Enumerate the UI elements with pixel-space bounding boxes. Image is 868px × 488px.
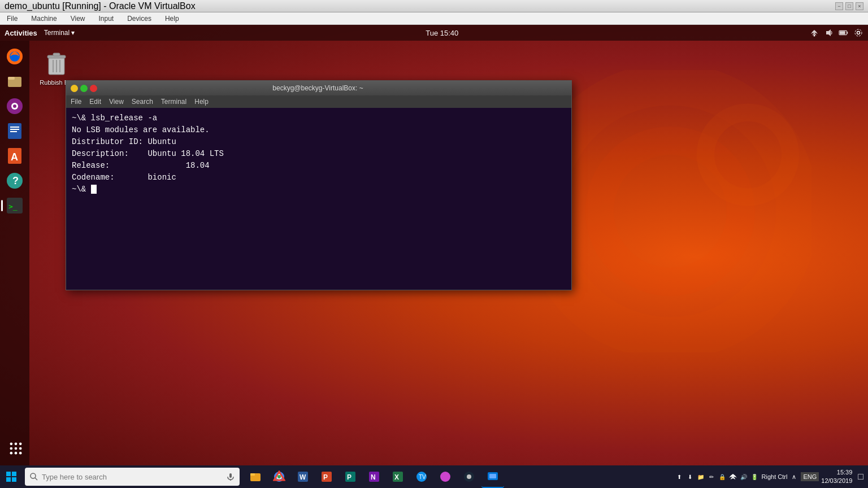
windows-taskbar-apps: W P P N X TV [244,465,504,488]
windows-taskbar-right: ⬆ ⬇ 📁 ✏ 🔒 🔊 🔋 Right Ctrl ∧ ENG 15:39 12/… [675,468,868,486]
vbox-minimize-button[interactable]: − [835,2,843,10]
svg-rect-44 [6,477,11,482]
windows-search-bar[interactable] [25,468,240,486]
svg-point-34 [15,452,18,455]
svg-rect-20 [10,131,17,132]
svg-text:?: ? [12,175,19,186]
right-ctrl-label: Right Ctrl [762,473,788,480]
windows-start-button[interactable] [0,465,23,488]
terminal-line-7: ~\& [72,184,566,195]
svg-rect-13 [8,77,15,80]
taskbar-app-publisher[interactable]: P [339,465,362,488]
tray-icon-5: 🔒 [718,472,727,481]
terminal-line-4: Description: Ubuntu 18.04 LTS [72,148,566,160]
terminal-line-3: Distributor ID: Ubuntu [72,136,566,148]
windows-taskbar: W P P N X TV [0,465,868,488]
terminal-menu-edit[interactable]: Edit [89,98,101,106]
taskbar-app-8[interactable] [434,465,457,488]
terminal-menu-help[interactable]: Help [194,98,209,106]
ubuntu-activities-button[interactable]: Activities [5,29,37,37]
dock-icon-firefox[interactable] [3,45,26,68]
svg-point-2 [706,112,791,197]
tray-icon-battery: 🔋 [750,472,759,481]
terminal-titlebar: beckyg@beckyg-VirtualBox: ~ [66,81,571,95]
taskbar-app-steam[interactable] [458,465,480,488]
tray-chevron[interactable]: ∧ [792,473,796,481]
svg-point-27 [10,443,13,446]
taskbar-app-word[interactable]: W [292,465,314,488]
svg-point-67 [440,472,450,482]
tray-icon-1: ⬆ [675,472,684,481]
tray-icon-4: ✏ [707,472,716,481]
vbox-menu-view[interactable]: View [68,14,88,24]
ubuntu-dock: A ? >_ [0,41,29,467]
rubbish-bin-icon [43,50,70,77]
svg-rect-18 [10,127,19,128]
taskbar-app-file-explorer[interactable] [244,465,267,488]
svg-point-54 [277,475,281,478]
vbox-menu-input[interactable]: Input [97,14,116,24]
terminal-menu-terminal[interactable]: Terminal [161,98,186,106]
dock-icon-libreoffice-writer[interactable] [3,120,26,142]
terminal-menu-view[interactable]: View [109,98,124,106]
svg-text:W: W [300,473,306,481]
svg-text:>_: >_ [8,202,18,211]
terminal-line-1: ~\& lsb_release -a [72,112,566,124]
vbox-close-button[interactable]: × [856,2,863,10]
svg-rect-7 [840,31,845,34]
ubuntu-terminal-menu[interactable]: Terminal ▾ [44,29,75,37]
settings-icon[interactable] [853,28,863,38]
terminal-menu-search[interactable]: Search [132,98,153,106]
taskbar-app-excel[interactable]: X [387,465,409,488]
apps-grid-button[interactable] [5,437,27,460]
svg-point-29 [19,443,22,446]
dock-icon-libreoffice-impress[interactable]: A [3,145,26,167]
taskbar-app-onenote[interactable]: N [363,465,385,488]
notification-button[interactable]: □ [858,472,863,482]
vbox-menu-file[interactable]: File [5,14,20,24]
terminal-window-controls [71,85,97,92]
svg-rect-6 [847,32,848,34]
vbox-menu-help[interactable]: Help [163,14,181,24]
battery-icon [839,28,849,38]
vbox-menubar: File Machine View Input Devices Help [0,12,868,25]
taskbar-app-teamviewer[interactable]: TV [410,465,433,488]
terminal-maximize-button[interactable] [80,85,88,92]
network-icon [809,28,819,38]
terminal-cursor [91,185,97,194]
svg-point-30 [10,447,13,450]
terminal-window: beckyg@beckyg-VirtualBox: ~ File Edit Vi… [66,80,572,290]
windows-clock[interactable]: 15:39 12/03/2019 [821,468,852,486]
dock-icon-terminal[interactable]: >_ [3,194,26,217]
svg-rect-19 [10,129,19,130]
terminal-body[interactable]: ~\& lsb_release -a No LSB modules are av… [66,108,571,290]
terminal-line-5: Release: 18.04 [72,160,566,172]
volume-icon [824,28,834,38]
dock-icon-rhythmbox[interactable] [3,95,26,117]
svg-rect-43 [12,472,16,476]
vbox-menu-devices[interactable]: Devices [125,14,154,24]
taskbar-app-chrome[interactable] [268,465,290,488]
svg-point-35 [19,452,22,455]
terminal-menu-file[interactable]: File [71,98,81,106]
svg-point-3 [814,35,815,37]
vbox-title: demo_ubuntu [Running] - Oracle VM Virtua… [5,1,196,11]
taskbar-app-virtualbox[interactable] [481,465,504,488]
vbox-maximize-button[interactable]: □ [845,2,853,10]
terminal-close-button[interactable] [90,85,97,92]
virtualbox-window: demo_ubuntu [Running] - Oracle VM Virtua… [0,0,868,488]
svg-text:A: A [11,151,18,163]
svg-point-28 [15,443,18,446]
windows-clock-date: 12/03/2019 [821,477,852,485]
windows-search-input[interactable] [42,473,223,481]
microphone-icon [226,472,235,481]
vbox-menu-machine[interactable]: Machine [29,14,59,24]
dock-icon-help[interactable]: ? [3,169,26,192]
terminal-minimize-button[interactable] [71,85,78,92]
taskbar-app-powerpoint[interactable]: P [315,465,338,488]
svg-point-33 [10,452,13,455]
tray-icon-3: 📁 [696,472,705,481]
ubuntu-datetime: Tue 15:40 [426,29,458,37]
dock-icon-files[interactable] [3,70,26,93]
svg-point-31 [15,447,18,450]
